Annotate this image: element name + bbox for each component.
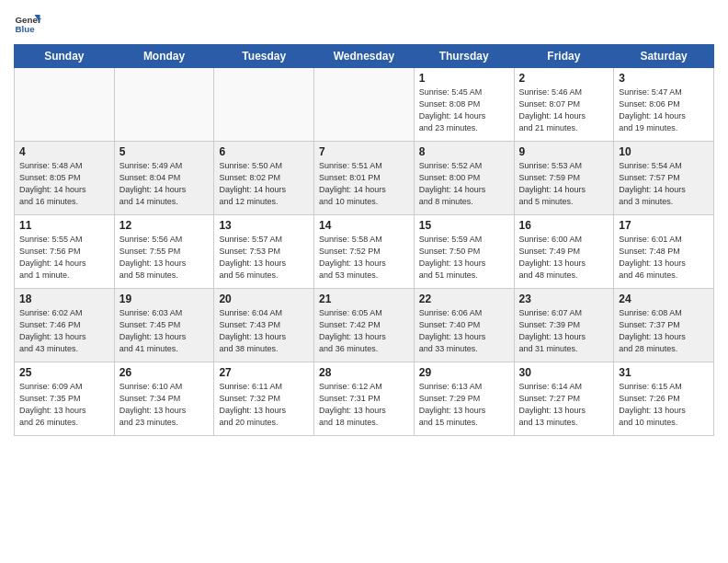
col-header-monday: Monday	[114, 45, 214, 68]
day-info: Sunrise: 5:53 AM Sunset: 7:59 PM Dayligh…	[519, 160, 609, 208]
day-number: 13	[219, 219, 309, 232]
calendar-cell: 27Sunrise: 6:11 AM Sunset: 7:32 PM Dayli…	[214, 362, 314, 436]
calendar-week-4: 18Sunrise: 6:02 AM Sunset: 7:46 PM Dayli…	[15, 289, 714, 362]
calendar-cell	[15, 68, 115, 142]
day-number: 28	[319, 366, 409, 379]
calendar-cell: 5Sunrise: 5:49 AM Sunset: 8:04 PM Daylig…	[114, 142, 214, 215]
calendar-cell: 11Sunrise: 5:55 AM Sunset: 7:56 PM Dayli…	[15, 215, 115, 289]
day-info: Sunrise: 5:45 AM Sunset: 8:08 PM Dayligh…	[419, 86, 509, 134]
day-info: Sunrise: 6:07 AM Sunset: 7:39 PM Dayligh…	[519, 307, 609, 355]
calendar-cell	[314, 68, 415, 142]
calendar-cell: 9Sunrise: 5:53 AM Sunset: 7:59 PM Daylig…	[514, 142, 614, 215]
day-info: Sunrise: 5:57 AM Sunset: 7:53 PM Dayligh…	[219, 234, 309, 282]
day-info: Sunrise: 5:59 AM Sunset: 7:50 PM Dayligh…	[419, 234, 509, 282]
day-info: Sunrise: 5:46 AM Sunset: 8:07 PM Dayligh…	[519, 86, 609, 134]
day-info: Sunrise: 6:02 AM Sunset: 7:46 PM Dayligh…	[19, 307, 109, 355]
day-number: 26	[119, 366, 210, 379]
day-info: Sunrise: 5:50 AM Sunset: 8:02 PM Dayligh…	[219, 160, 309, 208]
day-info: Sunrise: 6:09 AM Sunset: 7:35 PM Dayligh…	[19, 381, 109, 429]
calendar-cell: 19Sunrise: 6:03 AM Sunset: 7:45 PM Dayli…	[114, 289, 214, 362]
day-number: 27	[219, 366, 309, 379]
day-info: Sunrise: 5:47 AM Sunset: 8:06 PM Dayligh…	[619, 86, 709, 134]
calendar-cell: 30Sunrise: 6:14 AM Sunset: 7:27 PM Dayli…	[514, 362, 614, 436]
day-number: 30	[519, 366, 609, 379]
day-number: 18	[19, 293, 109, 305]
day-number: 15	[419, 219, 509, 232]
day-number: 22	[419, 293, 509, 305]
day-number: 10	[619, 145, 709, 158]
calendar-cell	[114, 68, 214, 142]
logo: General Blue	[14, 9, 41, 37]
calendar-cell: 4Sunrise: 5:48 AM Sunset: 8:05 PM Daylig…	[15, 142, 115, 215]
day-number: 9	[519, 145, 609, 158]
svg-text:Blue: Blue	[16, 24, 36, 34]
day-number: 4	[19, 145, 109, 158]
day-info: Sunrise: 5:49 AM Sunset: 8:04 PM Dayligh…	[119, 160, 210, 208]
day-info: Sunrise: 6:01 AM Sunset: 7:48 PM Dayligh…	[619, 234, 709, 282]
calendar-cell: 6Sunrise: 5:50 AM Sunset: 8:02 PM Daylig…	[214, 142, 314, 215]
header-row: SundayMondayTuesdayWednesdayThursdayFrid…	[15, 45, 714, 68]
day-number: 11	[19, 219, 109, 232]
day-number: 24	[619, 293, 709, 305]
day-number: 7	[319, 145, 409, 158]
day-info: Sunrise: 5:56 AM Sunset: 7:55 PM Dayligh…	[119, 234, 210, 282]
col-header-saturday: Saturday	[614, 45, 714, 68]
day-info: Sunrise: 6:03 AM Sunset: 7:45 PM Dayligh…	[119, 307, 210, 355]
calendar-cell: 24Sunrise: 6:08 AM Sunset: 7:37 PM Dayli…	[614, 289, 714, 362]
calendar-cell	[214, 68, 314, 142]
day-number: 8	[419, 145, 509, 158]
calendar-week-3: 11Sunrise: 5:55 AM Sunset: 7:56 PM Dayli…	[15, 215, 714, 289]
day-number: 29	[419, 366, 509, 379]
day-number: 19	[119, 293, 210, 305]
day-info: Sunrise: 6:10 AM Sunset: 7:34 PM Dayligh…	[119, 381, 210, 429]
day-number: 6	[219, 145, 309, 158]
day-info: Sunrise: 5:54 AM Sunset: 7:57 PM Dayligh…	[619, 160, 709, 208]
calendar-cell: 22Sunrise: 6:06 AM Sunset: 7:40 PM Dayli…	[414, 289, 514, 362]
day-number: 23	[519, 293, 609, 305]
col-header-friday: Friday	[514, 45, 614, 68]
calendar-cell: 13Sunrise: 5:57 AM Sunset: 7:53 PM Dayli…	[214, 215, 314, 289]
day-info: Sunrise: 6:11 AM Sunset: 7:32 PM Dayligh…	[219, 381, 309, 429]
day-info: Sunrise: 6:08 AM Sunset: 7:37 PM Dayligh…	[619, 307, 709, 355]
calendar-cell: 16Sunrise: 6:00 AM Sunset: 7:49 PM Dayli…	[514, 215, 614, 289]
day-info: Sunrise: 5:55 AM Sunset: 7:56 PM Dayligh…	[19, 234, 109, 282]
col-header-thursday: Thursday	[414, 45, 514, 68]
calendar-cell: 23Sunrise: 6:07 AM Sunset: 7:39 PM Dayli…	[514, 289, 614, 362]
day-number: 17	[619, 219, 709, 232]
calendar-week-1: 1Sunrise: 5:45 AM Sunset: 8:08 PM Daylig…	[15, 68, 714, 142]
calendar-cell: 10Sunrise: 5:54 AM Sunset: 7:57 PM Dayli…	[614, 142, 714, 215]
calendar-table: SundayMondayTuesdayWednesdayThursdayFrid…	[14, 44, 714, 436]
day-number: 1	[419, 72, 509, 85]
day-number: 21	[319, 293, 409, 305]
day-number: 12	[119, 219, 210, 232]
day-info: Sunrise: 6:00 AM Sunset: 7:49 PM Dayligh…	[519, 234, 609, 282]
day-info: Sunrise: 6:14 AM Sunset: 7:27 PM Dayligh…	[519, 381, 609, 429]
calendar-cell: 28Sunrise: 6:12 AM Sunset: 7:31 PM Dayli…	[314, 362, 415, 436]
day-info: Sunrise: 5:52 AM Sunset: 8:00 PM Dayligh…	[419, 160, 509, 208]
col-header-sunday: Sunday	[15, 45, 115, 68]
calendar-cell: 14Sunrise: 5:58 AM Sunset: 7:52 PM Dayli…	[314, 215, 415, 289]
day-number: 25	[19, 366, 109, 379]
calendar-week-2: 4Sunrise: 5:48 AM Sunset: 8:05 PM Daylig…	[15, 142, 714, 215]
logo-icon: General Blue	[14, 9, 41, 37]
calendar-cell: 31Sunrise: 6:15 AM Sunset: 7:26 PM Dayli…	[614, 362, 714, 436]
day-number: 5	[119, 145, 210, 158]
day-number: 3	[619, 72, 709, 85]
calendar-cell: 7Sunrise: 5:51 AM Sunset: 8:01 PM Daylig…	[314, 142, 415, 215]
day-info: Sunrise: 6:06 AM Sunset: 7:40 PM Dayligh…	[419, 307, 509, 355]
calendar-cell: 29Sunrise: 6:13 AM Sunset: 7:29 PM Dayli…	[414, 362, 514, 436]
calendar-cell: 3Sunrise: 5:47 AM Sunset: 8:06 PM Daylig…	[614, 68, 714, 142]
day-info: Sunrise: 5:58 AM Sunset: 7:52 PM Dayligh…	[319, 234, 409, 282]
col-header-wednesday: Wednesday	[314, 45, 415, 68]
calendar-cell: 1Sunrise: 5:45 AM Sunset: 8:08 PM Daylig…	[414, 68, 514, 142]
day-info: Sunrise: 5:51 AM Sunset: 8:01 PM Dayligh…	[319, 160, 409, 208]
calendar-cell: 18Sunrise: 6:02 AM Sunset: 7:46 PM Dayli…	[15, 289, 115, 362]
day-info: Sunrise: 6:13 AM Sunset: 7:29 PM Dayligh…	[419, 381, 509, 429]
col-header-tuesday: Tuesday	[214, 45, 314, 68]
day-number: 20	[219, 293, 309, 305]
calendar-cell: 8Sunrise: 5:52 AM Sunset: 8:00 PM Daylig…	[414, 142, 514, 215]
calendar-cell: 15Sunrise: 5:59 AM Sunset: 7:50 PM Dayli…	[414, 215, 514, 289]
day-number: 14	[319, 219, 409, 232]
day-number: 2	[519, 72, 609, 85]
day-number: 16	[519, 219, 609, 232]
